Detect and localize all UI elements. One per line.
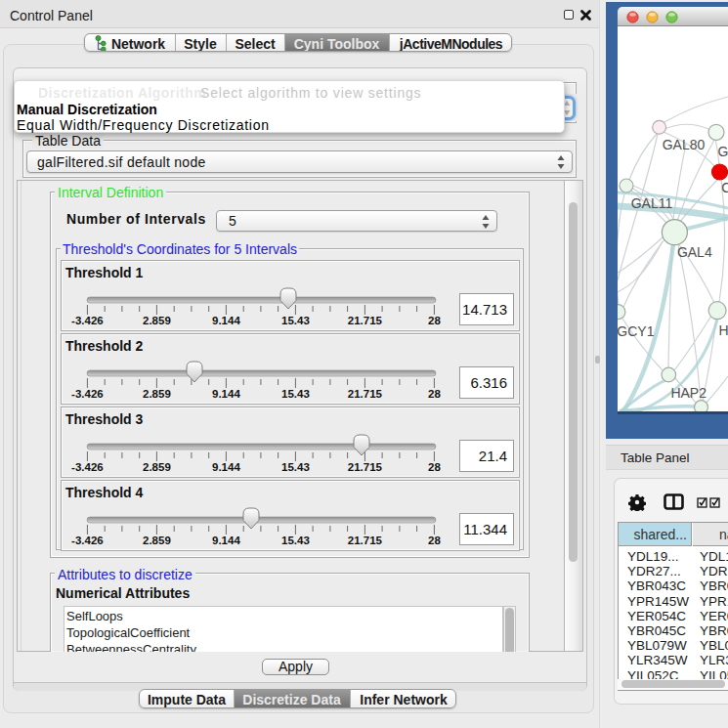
svg-text:15.43: 15.43 [281, 315, 310, 326]
svg-text:9.144: 9.144 [212, 461, 240, 473]
svg-text:21.715: 21.715 [348, 461, 383, 473]
svg-text:15.43: 15.43 [281, 535, 310, 546]
svg-text:15.43: 15.43 [281, 461, 310, 473]
svg-text:-3.426: -3.426 [71, 388, 104, 400]
svg-text:2.859: 2.859 [143, 388, 171, 400]
svg-text:H: H [719, 322, 728, 338]
svg-text:28: 28 [428, 461, 441, 473]
svg-text:HAP2: HAP2 [670, 385, 707, 401]
svg-text:GAL11: GAL11 [631, 195, 673, 211]
svg-text:2.859: 2.859 [143, 461, 171, 473]
svg-text:GCY1: GCY1 [618, 323, 655, 339]
svg-text:9.144: 9.144 [212, 535, 240, 546]
svg-text:15.43: 15.43 [281, 388, 310, 400]
svg-text:GAL4: GAL4 [677, 244, 712, 260]
svg-text:-3.426: -3.426 [71, 315, 104, 326]
svg-text:GAL80: GAL80 [663, 137, 706, 152]
svg-text:C: C [721, 180, 728, 195]
svg-text:-3.426: -3.426 [71, 461, 104, 473]
svg-text:2.859: 2.859 [143, 535, 171, 546]
svg-text:2.859: 2.859 [143, 315, 171, 326]
svg-text:9.144: 9.144 [212, 315, 240, 326]
svg-text:9.144: 9.144 [212, 388, 240, 400]
svg-text:28: 28 [428, 388, 441, 400]
svg-text:28: 28 [428, 315, 441, 326]
svg-text:21.715: 21.715 [348, 315, 383, 326]
svg-text:21.715: 21.715 [348, 388, 383, 400]
svg-text:28: 28 [428, 535, 441, 546]
svg-text:-3.426: -3.426 [71, 535, 104, 546]
svg-text:21.715: 21.715 [348, 535, 383, 546]
svg-text:GA: GA [718, 144, 728, 159]
